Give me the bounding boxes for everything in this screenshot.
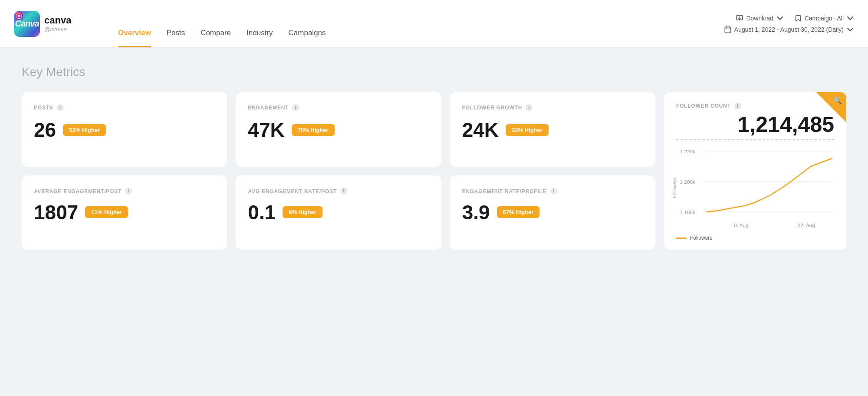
nav-overview[interactable]: Overview bbox=[118, 29, 151, 47]
metric-value-row-engagement-rate-profile: 3.9 67% Higher bbox=[462, 202, 643, 222]
header: Canva canva @/canva Overview Posts Compa… bbox=[0, 0, 868, 48]
metric-label-avg-engagement-rate-post: AVG ENGAGEMENT RATE/POST i bbox=[248, 188, 429, 195]
metric-label-posts: POSTS i bbox=[34, 104, 215, 111]
metric-card-engagement: ENGAGEMENT i 47K 70% Higher bbox=[236, 92, 441, 167]
metric-badge-avg-engagement-post: 11% Higher bbox=[85, 206, 128, 218]
main-nav: Overview Posts Compare Industry Campaign… bbox=[118, 0, 326, 47]
metric-badge-avg-engagement-rate-post: 9% Higher bbox=[283, 206, 322, 218]
svg-rect-0 bbox=[17, 14, 21, 18]
metric-value-avg-engagement-rate-post: 0.1 bbox=[248, 202, 276, 222]
info-icon-posts[interactable]: i bbox=[57, 104, 64, 111]
info-icon-engagement[interactable]: i bbox=[292, 104, 299, 111]
svg-point-1 bbox=[18, 15, 20, 17]
metric-value-row-avg-engagement-rate-post: 0.1 9% Higher bbox=[248, 202, 429, 222]
metric-card-avg-engagement-rate-post: AVG ENGAGEMENT RATE/POST i 0.1 9% Higher bbox=[236, 175, 441, 250]
download-chevron-icon bbox=[776, 14, 784, 22]
logo-wordmark: Canva bbox=[15, 19, 39, 29]
chart-y-axis-label: Followers bbox=[672, 178, 677, 198]
date-chevron-icon bbox=[846, 26, 854, 33]
metric-value-posts: 26 bbox=[34, 120, 56, 140]
section-title: Key Metrics bbox=[22, 65, 846, 79]
main-content: Key Metrics POSTS i 26 52% Higher ENGAGE… bbox=[0, 48, 868, 267]
svg-rect-4 bbox=[725, 27, 731, 33]
header-right: Download Campaign · All August 1, 2022 -… bbox=[724, 14, 854, 33]
chart-legend: Followers bbox=[676, 235, 834, 241]
download-button[interactable]: Download bbox=[736, 14, 783, 22]
svg-text:1 200k: 1 200k bbox=[680, 179, 696, 185]
svg-text:22. Aug: 22. Aug bbox=[798, 223, 815, 228]
svg-text:1 180k: 1 180k bbox=[680, 210, 696, 215]
dotted-divider bbox=[676, 139, 834, 140]
campaign-chevron-icon bbox=[846, 14, 854, 22]
calendar-icon bbox=[724, 26, 732, 33]
metric-label-avg-engagement-post: AVERAGE ENGAGEMENT/POST i bbox=[34, 188, 215, 195]
logo-box: Canva bbox=[14, 11, 40, 37]
follower-count-title: FOLLOWER COUNT i bbox=[676, 102, 834, 109]
svg-text:1 220k: 1 220k bbox=[680, 149, 696, 154]
metric-value-engagement: 47K bbox=[248, 120, 284, 140]
metric-value-avg-engagement-post: 1807 bbox=[34, 202, 78, 222]
campaign-label: Campaign · All bbox=[805, 15, 844, 22]
metric-card-engagement-rate-profile: ENGAGEMENT RATE/PROFILE i 3.9 67% Higher bbox=[450, 175, 655, 250]
brand-name: canva bbox=[44, 15, 71, 26]
svg-text:8. Aug: 8. Aug bbox=[734, 223, 748, 228]
campaign-button[interactable]: Campaign · All bbox=[794, 14, 854, 22]
metric-badge-follower-growth: 32% Higher bbox=[506, 124, 549, 136]
brand-handle: @/canva bbox=[44, 26, 71, 33]
metric-card-follower-growth: FOLLOWER GROWTH i 24K 32% Higher bbox=[450, 92, 655, 167]
search-corner-icon: 🔍 bbox=[833, 96, 842, 105]
metric-badge-engagement-rate-profile: 67% Higher bbox=[497, 206, 540, 218]
metric-value-row-posts: 26 52% Higher bbox=[34, 120, 215, 140]
date-range-button[interactable]: August 1, 2022 - August 30, 2022 (Daily) bbox=[724, 26, 854, 33]
metric-value-engagement-rate-profile: 3.9 bbox=[462, 202, 490, 222]
date-range-label: August 1, 2022 - August 30, 2022 (Daily) bbox=[734, 26, 844, 33]
download-icon bbox=[736, 14, 743, 22]
nav-compare[interactable]: Compare bbox=[201, 29, 231, 47]
metric-badge-engagement: 70% Higher bbox=[292, 124, 335, 136]
metric-label-engagement: ENGAGEMENT i bbox=[248, 104, 429, 111]
svg-point-2 bbox=[20, 14, 20, 15]
metric-label-follower-growth: FOLLOWER GROWTH i bbox=[462, 104, 643, 111]
metric-value-row-follower-growth: 24K 32% Higher bbox=[462, 120, 643, 140]
metrics-grid: POSTS i 26 52% Higher ENGAGEMENT i 47K 7… bbox=[22, 92, 846, 250]
follower-chart-svg: 1 220k 1 200k 1 180k 8. Aug 22. Aug bbox=[676, 145, 834, 231]
follower-chart: Followers 1 220k 1 200k 1 180k 8. Aug 22… bbox=[676, 145, 834, 231]
metric-card-avg-engagement-post: AVERAGE ENGAGEMENT/POST i 1807 11% Highe… bbox=[22, 175, 227, 250]
metric-value-row-avg-engagement-post: 1807 11% Higher bbox=[34, 202, 215, 222]
metric-value-row-engagement: 47K 70% Higher bbox=[248, 120, 429, 140]
metric-label-engagement-rate-profile: ENGAGEMENT RATE/PROFILE i bbox=[462, 188, 643, 195]
nav-campaigns[interactable]: Campaigns bbox=[289, 29, 326, 47]
metric-value-follower-growth: 24K bbox=[462, 120, 499, 140]
header-top-row: Download Campaign · All bbox=[736, 14, 854, 22]
info-icon-engagement-rate-profile[interactable]: i bbox=[550, 188, 557, 195]
download-label: Download bbox=[746, 15, 773, 22]
nav-industry[interactable]: Industry bbox=[247, 29, 273, 47]
instagram-icon bbox=[15, 12, 23, 20]
legend-line bbox=[676, 238, 687, 239]
follower-count-value: 1,214,485 bbox=[676, 113, 834, 137]
bookmark-icon bbox=[794, 14, 802, 22]
info-icon-avg-engagement-rate-post[interactable]: i bbox=[340, 188, 347, 195]
metric-badge-posts: 52% Higher bbox=[63, 124, 106, 136]
info-icon-follower-growth[interactable]: i bbox=[526, 104, 533, 111]
logo-area: Canva canva @/canva bbox=[14, 11, 92, 37]
info-icon-follower-count[interactable]: i bbox=[734, 102, 741, 109]
follower-count-card: 🔍 FOLLOWER COUNT i 1,214,485 Followers 1… bbox=[664, 92, 846, 250]
metric-card-posts: POSTS i 26 52% Higher bbox=[22, 92, 227, 167]
brand-info: canva @/canva bbox=[44, 15, 71, 33]
legend-label: Followers bbox=[690, 235, 712, 241]
info-icon-avg-engagement-post[interactable]: i bbox=[125, 188, 132, 195]
nav-posts[interactable]: Posts bbox=[167, 29, 185, 47]
